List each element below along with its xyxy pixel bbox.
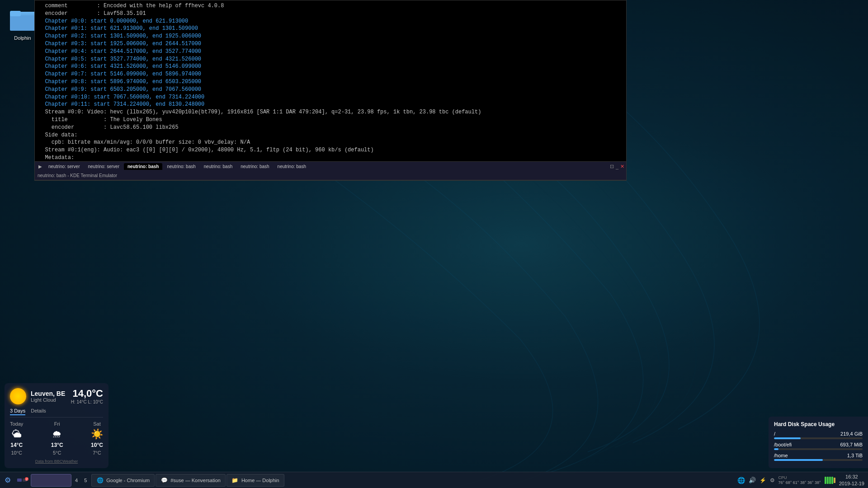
- terminal-window: comment : Encoded with the help of ffhev…: [34, 0, 627, 181]
- weather-day-fri-low: 5°C: [53, 450, 61, 455]
- taskbar-time[interactable]: 16:32 2019-12-19: [839, 474, 864, 487]
- weather-day-today-label: Today: [10, 421, 23, 427]
- taskbar-system-tray: 🌐 🔊 ⚡ ⚙ CPU 76° 68° 61° 38° 36° 38° 16:3…: [737, 474, 868, 487]
- terminal-minimize-btn[interactable]: _: [616, 164, 618, 169]
- weather-temp-block: 14,0°C H: 14°C L: 10°C: [71, 388, 103, 404]
- weather-tab-details[interactable]: Details: [31, 408, 46, 415]
- taskbar-konversation-btn[interactable]: 💬 #suse — Konversation: [156, 474, 226, 487]
- hdd-boot-efi-bar: [774, 448, 863, 450]
- hdd-boot-efi: /boot/efi 693,7 MiB: [774, 442, 863, 450]
- weather-day-today-high: 14°C: [10, 442, 23, 448]
- konversation-label: #suse — Konversation: [170, 478, 221, 483]
- terminal-tab-6[interactable]: neutrino: bash: [274, 163, 310, 170]
- dolphin-label: Home — Dolphin: [241, 478, 279, 483]
- terminal-tab-5[interactable]: neutrino: bash: [237, 163, 273, 170]
- hdd-home: /home 1,3 TiB: [774, 453, 863, 461]
- terminal-tab-expand[interactable]: ▶: [37, 164, 44, 169]
- weather-location: Leuven, BE: [31, 390, 65, 397]
- svg-rect-4: [10, 11, 21, 16]
- volume-icon[interactable]: 🔊: [749, 477, 756, 483]
- weather-tabs: 3 Days Details: [10, 408, 103, 418]
- weather-day-today-icon: 🌥: [12, 428, 22, 440]
- hdd-home-bar: [774, 459, 863, 461]
- weather-forecast: Today 🌥 14°C 10°C Fri 🌧 13°C 5°C Sat ☀️ …: [10, 421, 103, 455]
- weather-day-today: Today 🌥 14°C 10°C: [10, 421, 23, 455]
- weather-day-fri-icon: 🌧: [52, 428, 62, 440]
- clock-date: 2019-12-19: [839, 480, 864, 487]
- weather-day-sat: Sat ☀️ 10°C 7°C: [91, 421, 103, 455]
- taskbar-desktop-pager[interactable]: 2: [14, 474, 30, 487]
- weather-tab-3days[interactable]: 3 Days: [10, 408, 25, 415]
- cpu-temps: CPU 76° 68° 61° 38° 36° 38°: [778, 475, 821, 485]
- weather-location-info: Leuven, BE Light Cloud: [31, 390, 65, 403]
- weather-header: Leuven, BE Light Cloud 14,0°C H: 14°C L:…: [10, 388, 103, 404]
- weather-day-fri-high: 13°C: [51, 442, 63, 448]
- terminal-close-btn[interactable]: ✕: [620, 164, 624, 169]
- weather-sun-icon: [10, 388, 26, 404]
- chromium-icon: 🌐: [96, 477, 104, 484]
- weather-temperature: 14,0°C: [71, 388, 103, 399]
- power-icon[interactable]: ⚙: [770, 477, 775, 483]
- hdd-root-size: 219,4 GiB: [840, 431, 863, 436]
- weather-day-sat-label: Sat: [93, 421, 101, 427]
- taskbar-left-area: ⚙ 2 4 5: [0, 474, 90, 487]
- hdd-root-bar: [774, 437, 863, 439]
- weather-description: Light Cloud: [31, 397, 65, 403]
- terminal-tab-4[interactable]: neutrino: bash: [200, 163, 236, 170]
- taskbar-apps-area: 🌐 Google - Chromium 💬 #suse — Konversati…: [90, 474, 737, 487]
- weather-widget: Leuven, BE Light Cloud 14,0°C H: 14°C L:…: [5, 383, 108, 468]
- taskbar-dolphin-btn[interactable]: 📁 Home — Dolphin: [226, 474, 284, 487]
- terminal-tab-1[interactable]: neutrino: server: [84, 163, 123, 170]
- taskbar-desktop4-btn[interactable]: 4: [72, 474, 80, 487]
- hdd-title: Hard Disk Space Usage: [774, 421, 863, 427]
- terminal-tab-3[interactable]: neutrino: bash: [163, 163, 199, 170]
- hdd-boot-efi-label-row: /boot/efi 693,7 MiB: [774, 442, 863, 447]
- hdd-home-mount: /home: [774, 453, 788, 458]
- taskbar-kmenu-btn[interactable]: ⚙: [2, 474, 14, 487]
- konversation-icon: 💬: [160, 477, 168, 484]
- hdd-boot-efi-size: 693,7 MiB: [840, 442, 863, 447]
- weather-day-fri: Fri 🌧 13°C 5°C: [51, 421, 63, 455]
- hdd-home-size: 1,3 TiB: [847, 453, 863, 458]
- hdd-boot-efi-bar-fill: [774, 448, 778, 450]
- dolphin-taskbar-icon: 📁: [231, 477, 239, 484]
- terminal-fullscreen-btn[interactable]: ⊡: [610, 164, 614, 169]
- taskbar-chromium-btn[interactable]: 🌐 Google - Chromium: [91, 474, 155, 487]
- hdd-boot-efi-mount: /boot/efi: [774, 442, 792, 447]
- weather-day-sat-icon: ☀️: [91, 428, 103, 440]
- hdd-root-bar-fill: [774, 437, 801, 439]
- terminal-titlebar: neutrino: bash - KDE Terminal Emulator: [35, 171, 626, 180]
- bluetooth-icon[interactable]: ⚡: [760, 477, 766, 483]
- weather-high-low: H: 14°C L: 10°C: [71, 399, 103, 404]
- weather-day-fri-label: Fri: [54, 421, 60, 427]
- hdd-home-bar-fill: [774, 459, 823, 461]
- terminal-tab-0[interactable]: neutrino: server: [45, 163, 83, 170]
- terminal-tabbar: ▶ neutrino: server neutrino: server neut…: [35, 161, 626, 171]
- hdd-widget: Hard Disk Space Usage / 219,4 GiB /boot/…: [769, 417, 868, 468]
- hdd-root-label-row: / 219,4 GiB: [774, 431, 863, 436]
- terminal-output: comment : Encoded with the help of ffhev…: [35, 0, 626, 161]
- weather-day-sat-low: 7°C: [93, 450, 101, 455]
- dolphin-icon-label: Dolphin: [14, 35, 31, 41]
- taskbar-desktop5-btn[interactable]: 5: [81, 474, 90, 487]
- chromium-label: Google - Chromium: [106, 478, 150, 483]
- hdd-root: / 219,4 GiB: [774, 431, 863, 439]
- weather-day-today-low: 10°C: [11, 450, 22, 455]
- svg-rect-3: [10, 15, 35, 31]
- terminal-tab-controls: ⊡ _ ✕: [610, 164, 624, 169]
- clock-time: 16:32: [839, 474, 864, 480]
- network-icon[interactable]: 🌐: [737, 477, 745, 484]
- hdd-root-mount: /: [774, 431, 775, 436]
- battery-indicator: [825, 477, 835, 484]
- terminal-title-text: neutrino: bash - KDE Terminal Emulator: [38, 173, 117, 178]
- weather-day-sat-high: 10°C: [91, 442, 103, 448]
- weather-source[interactable]: Data from BBCWeather: [10, 459, 103, 464]
- hdd-home-label-row: /home 1,3 TiB: [774, 453, 863, 458]
- terminal-tab-2[interactable]: neutrino: bash: [124, 163, 162, 170]
- dolphin-icon: [8, 5, 37, 33]
- taskbar: ⚙ 2 4 5 🌐 Google - Chromium 💬 #suse — Ko…: [0, 472, 868, 488]
- taskbar-active-window-btn[interactable]: [31, 474, 71, 487]
